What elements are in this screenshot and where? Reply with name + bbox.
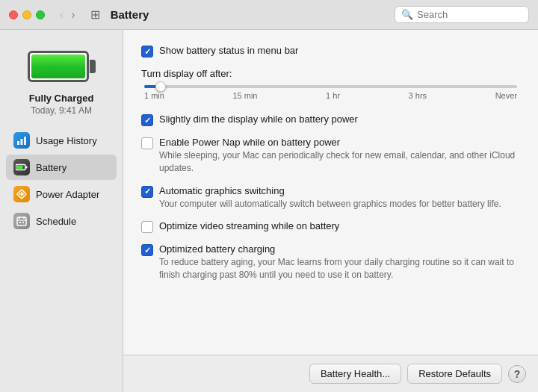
sidebar-item-battery[interactable]: Battery — [6, 155, 117, 180]
svg-rect-9 — [17, 217, 26, 225]
battery-icon — [28, 48, 95, 85]
sidebar-item-schedule[interactable]: Schedule — [6, 208, 117, 234]
slider-ticks: 1 min 15 min 1 hr 3 hrs Never — [144, 91, 517, 100]
display-off-label: Turn display off after: — [141, 68, 520, 79]
battery-nav-label: Battery — [36, 162, 67, 173]
app-grid-icon[interactable]: ⊞ — [90, 7, 100, 22]
show-battery-status-label: Show battery status in menu bar — [159, 45, 298, 56]
battery-charge-label: Fully Charged — [29, 93, 94, 104]
svg-rect-4 — [26, 167, 28, 169]
schedule-icon — [13, 213, 30, 229]
power-nap-label: Enable Power Nap while on battery power — [159, 137, 520, 148]
auto-graphics-label: Automatic graphics switching — [159, 185, 501, 196]
battery-fill — [31, 55, 85, 78]
svg-rect-14 — [22, 222, 24, 223]
usage-history-label: Usage History — [36, 135, 97, 146]
auto-graphics-checkbox[interactable] — [141, 186, 153, 198]
display-off-slider-section: Turn display off after: 1 min 15 min 1 h… — [141, 68, 520, 100]
dim-display-checkbox[interactable] — [141, 114, 153, 126]
dim-display-row: Slightly dim the display while on batter… — [141, 113, 520, 126]
traffic-lights — [9, 10, 45, 19]
sidebar-item-usage-history[interactable]: Usage History — [6, 128, 117, 153]
video-streaming-row: Optimize video streaming while on batter… — [141, 220, 520, 233]
title-bar: ‹ › ⊞ Battery 🔍 — [0, 0, 538, 30]
main-content: Fully Charged Today, 9:41 AM Usage Histo… — [0, 30, 538, 392]
search-icon: 🔍 — [401, 9, 413, 20]
help-button[interactable]: ? — [508, 365, 526, 383]
search-bar[interactable]: 🔍 — [395, 6, 529, 23]
optimized-charging-description: To reduce battery aging, your Mac learns… — [159, 256, 520, 281]
slider-thumb[interactable] — [155, 81, 166, 92]
tick-1min: 1 min — [144, 91, 164, 100]
power-nap-checkbox[interactable] — [141, 137, 153, 149]
auto-graphics-row: Automatic graphics switching Your comput… — [141, 185, 520, 211]
adapter-icon — [13, 186, 30, 202]
battery-nav-icon — [13, 159, 30, 175]
sidebar-nav: Usage History Battery — [0, 128, 123, 234]
sidebar: Fully Charged Today, 9:41 AM Usage Histo… — [0, 30, 123, 392]
video-streaming-checkbox[interactable] — [141, 221, 153, 233]
slider-track — [144, 85, 517, 88]
battery-status: Fully Charged Today, 9:41 AM — [0, 42, 123, 128]
back-button[interactable]: ‹ — [57, 7, 67, 23]
nav-arrows: ‹ › — [57, 7, 78, 23]
window-title: Battery — [111, 8, 389, 21]
svg-rect-5 — [17, 166, 23, 169]
bottom-bar: Battery Health... Restore Defaults ? — [123, 355, 538, 392]
tick-never: Never — [495, 91, 517, 100]
usage-history-icon — [13, 132, 30, 149]
restore-defaults-button[interactable]: Restore Defaults — [407, 364, 502, 384]
right-panel: Show battery status in menu bar Turn dis… — [123, 30, 538, 392]
close-button[interactable] — [9, 10, 18, 19]
optimized-charging-checkbox[interactable] — [141, 244, 153, 256]
svg-rect-0 — [17, 141, 19, 145]
show-battery-status-checkbox[interactable] — [141, 46, 153, 57]
slider-wrapper: 1 min 15 min 1 hr 3 hrs Never — [141, 85, 520, 100]
dim-display-label: Slightly dim the display while on batter… — [159, 113, 358, 125]
svg-rect-1 — [21, 139, 23, 145]
optimized-charging-row: Optimized battery charging To reduce bat… — [141, 243, 520, 281]
sidebar-item-power-adapter[interactable]: Power Adapter — [6, 181, 117, 207]
tick-15min: 15 min — [232, 91, 257, 100]
auto-graphics-description: Your computer will automatically switch … — [159, 198, 501, 211]
forward-button[interactable]: › — [68, 7, 78, 23]
power-adapter-label: Power Adapter — [36, 189, 99, 200]
svg-rect-13 — [19, 222, 21, 223]
svg-rect-2 — [24, 137, 26, 145]
battery-time: Today, 9:41 AM — [31, 105, 92, 116]
search-input[interactable] — [417, 9, 522, 20]
show-battery-status-row: Show battery status in menu bar — [141, 45, 520, 57]
optimized-charging-label: Optimized battery charging — [159, 243, 520, 255]
power-nap-description: While sleeping, your Mac can periodicall… — [159, 149, 520, 175]
tick-1hr: 1 hr — [326, 91, 340, 100]
battery-tip — [90, 60, 96, 73]
video-streaming-label: Optimize video streaming while on batter… — [159, 220, 339, 231]
minimize-button[interactable] — [22, 10, 31, 19]
battery-body — [28, 51, 89, 82]
battery-health-button[interactable]: Battery Health... — [309, 364, 401, 384]
schedule-label: Schedule — [36, 216, 76, 227]
fullscreen-button[interactable] — [36, 10, 45, 19]
tick-3hrs: 3 hrs — [409, 91, 427, 100]
power-nap-row: Enable Power Nap while on battery power … — [141, 137, 520, 175]
